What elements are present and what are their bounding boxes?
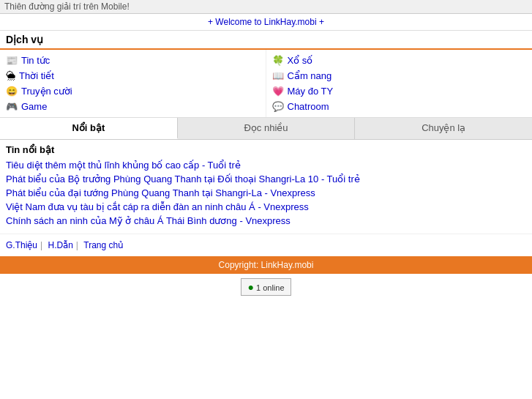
service-link[interactable]: Truyện cười: [21, 86, 72, 97]
footer-link-1[interactable]: H.Dẫn: [48, 240, 72, 250]
service-icon: 📰: [6, 55, 18, 66]
service-item: 💗Máy đo TY: [266, 83, 533, 99]
service-link[interactable]: Game: [21, 101, 47, 112]
online-badge-inner: ● 1 online: [241, 278, 291, 296]
news-link[interactable]: Tiêu diệt thêm một thủ lĩnh khủng bố cao…: [6, 160, 241, 171]
copyright-brand-link[interactable]: LinkHay.mobi: [261, 260, 314, 270]
service-item: 🍀Xổ số: [266, 53, 533, 68]
footer-separator: |: [40, 240, 45, 250]
service-link[interactable]: Tin tức: [21, 55, 50, 66]
service-link[interactable]: Máy đo TY: [288, 86, 334, 97]
service-icon: 📖: [272, 70, 284, 81]
footer-link-0[interactable]: G.Thiệu: [6, 240, 37, 250]
section-header-dichvu: Dịch vụ: [0, 31, 532, 50]
service-link[interactable]: Xổ số: [288, 55, 313, 66]
copyright-prefix: Copyright:: [219, 260, 261, 270]
online-badge: ● 1 online: [0, 274, 532, 300]
top-banner: Thiên đường giải trí trên Mobile!: [0, 0, 532, 14]
news-list-item: Tiêu diệt thêm một thủ lĩnh khủng bố cao…: [6, 160, 526, 171]
news-link[interactable]: Việt Nam đưa vụ tàu bị cắt cáp ra diễn đ…: [6, 201, 309, 212]
news-list-item: Chính sách an ninh của Mỹ ở châu Á Thái …: [6, 215, 526, 226]
footer-link-2[interactable]: Trang chủ: [83, 240, 124, 250]
service-icon: 🌦: [6, 70, 15, 81]
footer-links: G.Thiệu| H.Dẫn| Trang chủ: [0, 234, 532, 253]
service-item: 😄Truyện cười: [0, 83, 266, 99]
service-item: 💬Chatroom: [266, 99, 533, 114]
news-list-item: Phát biểu của Bộ trưởng Phùng Quang Than…: [6, 174, 526, 184]
service-item: 📰Tin tức: [0, 53, 266, 68]
service-icon: 🎮: [6, 101, 18, 112]
service-icon: 💗: [272, 86, 284, 97]
service-icon: 🍀: [272, 55, 284, 66]
dichvu-label: Dịch vụ: [6, 34, 43, 45]
service-link[interactable]: Cẩm nang: [288, 70, 332, 81]
footer-separator: |: [76, 240, 80, 250]
online-count: 1: [256, 283, 261, 292]
news-list-item: Việt Nam đưa vụ tàu bị cắt cáp ra diễn đ…: [6, 201, 526, 212]
online-label: online: [263, 283, 284, 292]
service-icon: 😄: [6, 86, 18, 97]
services-col-right: 🍀Xổ số📖Cẩm nang💗Máy đo TY💬Chatroom: [266, 50, 533, 117]
welcome-bar: + Welcome to LinkHay.mobi +: [0, 14, 532, 31]
service-item: 🎮Game: [0, 99, 266, 114]
service-item: 📖Cẩm nang: [266, 68, 533, 83]
welcome-text: + Welcome to LinkHay.mobi +: [208, 17, 324, 27]
news-list-item: Phát biểu của đại tướng Phùng Quang Than…: [6, 187, 526, 198]
services-grid: 📰Tin tức🌦Thời tiết😄Truyện cười🎮Game 🍀Xổ …: [0, 50, 532, 118]
services-col-left: 📰Tin tức🌦Thời tiết😄Truyện cười🎮Game: [0, 50, 266, 117]
service-icon: 💬: [272, 101, 284, 112]
online-dot-icon: ●: [247, 281, 253, 293]
copyright-bar: Copyright: LinkHay.mobi: [0, 256, 532, 274]
service-link[interactable]: Thời tiết: [19, 70, 54, 81]
content-title: Tin nổi bật: [6, 144, 526, 155]
news-list: Tiêu diệt thêm một thủ lĩnh khủng bố cao…: [6, 160, 526, 226]
news-link[interactable]: Phát biểu của Bộ trưởng Phùng Quang Than…: [6, 174, 360, 184]
tab-docnhieu[interactable]: Đọc nhiều: [178, 118, 356, 139]
tab-chuyenla[interactable]: Chuyện lạ: [355, 118, 532, 139]
news-link[interactable]: Phát biểu của đại tướng Phùng Quang Than…: [6, 187, 315, 198]
top-banner-text: Thiên đường giải trí trên Mobile!: [4, 1, 130, 12]
tab-noibat[interactable]: Nổi bật: [0, 118, 178, 139]
service-link[interactable]: Chatroom: [288, 101, 329, 112]
content-area: Tin nổi bật Tiêu diệt thêm một thủ lĩnh …: [0, 140, 532, 234]
news-link[interactable]: Chính sách an ninh của Mỹ ở châu Á Thái …: [6, 215, 291, 226]
tabs-bar: Nổi bậtĐọc nhiềuChuyện lạ: [0, 118, 532, 140]
service-item: 🌦Thời tiết: [0, 68, 266, 83]
